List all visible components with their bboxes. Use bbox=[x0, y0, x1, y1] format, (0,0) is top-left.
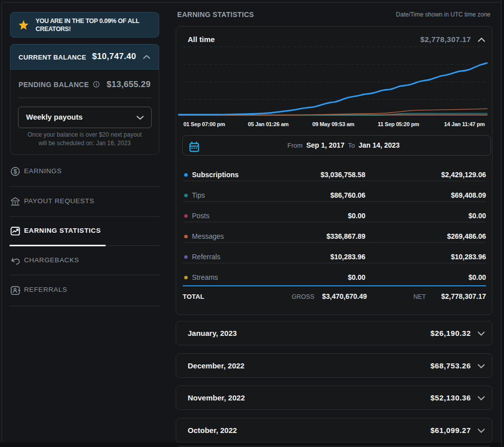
svg-text:$: $ bbox=[14, 168, 17, 175]
